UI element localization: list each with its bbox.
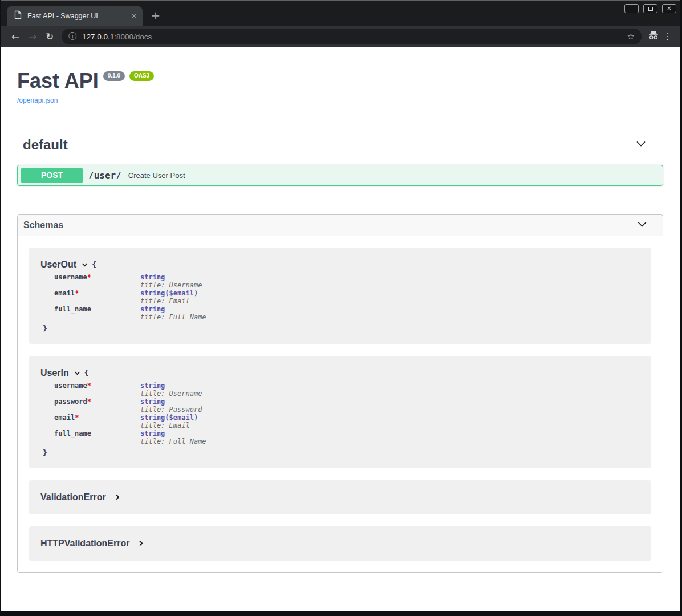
property-row: full_name string title: Full_Name [54, 305, 640, 321]
chevron-right-icon[interactable] [114, 493, 121, 503]
open-brace: { [92, 260, 96, 269]
api-info-header: Fast API0.1.0OAS3 /openapi.json [17, 70, 663, 105]
chevron-down-icon[interactable] [81, 260, 88, 270]
property-type: string [140, 273, 202, 281]
property-title: title: Full_Name [140, 313, 206, 321]
property-title: title: Username [140, 281, 202, 289]
chevron-down-icon[interactable] [74, 368, 81, 379]
property-name: username [54, 273, 87, 281]
window-minimize-button[interactable]: – [624, 4, 639, 13]
window-maximize-button[interactable] [643, 4, 657, 13]
new-tab-button[interactable]: + [148, 8, 163, 23]
incognito-icon [646, 31, 661, 42]
required-star: * [75, 414, 79, 422]
model-properties: username* string title: Username passwor… [54, 382, 640, 445]
model-toggle[interactable]: UserIn { [40, 367, 640, 379]
property-type: string [140, 382, 202, 390]
window-controls: – ✕ [624, 4, 676, 13]
browser-titlebar: Fast API - Swagger UI ✕ + – ✕ [1, 0, 680, 26]
property-name: password [54, 398, 87, 406]
url-path: :8000/docs [114, 33, 152, 41]
model-name: UserOut [40, 260, 76, 270]
browser-toolbar: ← → ↻ ⓘ 127.0.0.1:8000/docs ☆ ⋮ [1, 26, 680, 47]
property-row: username* string title: Username [54, 273, 640, 289]
required-star: * [75, 289, 79, 297]
schema-model-userout: UserOut { username* string ti [29, 248, 651, 344]
model-properties: username* string title: Username email* … [54, 273, 640, 321]
url-text[interactable]: 127.0.0.1:8000/docs [82, 33, 627, 41]
model-toggle[interactable]: UserOut { [40, 259, 640, 270]
browser-tab[interactable]: Fast API - Swagger UI ✕ [7, 6, 143, 26]
property-row: email* string($email) title: Email [54, 289, 640, 305]
chevron-down-icon[interactable] [635, 137, 647, 152]
model-name: HTTPValidationError [40, 538, 129, 549]
schema-model-userin: UserIn { username* string tit [29, 356, 651, 468]
tab-title: Fast API - Swagger UI [27, 12, 128, 20]
back-button[interactable]: ← [7, 31, 24, 42]
close-brace: } [43, 448, 640, 457]
property-row: username* string title: Username [54, 382, 640, 398]
property-type: string($email) [140, 289, 198, 297]
property-title: title: Full_Name [140, 437, 206, 445]
url-host: 127.0.0.1 [82, 33, 114, 41]
address-bar[interactable]: ⓘ 127.0.0.1:8000/docs ☆ [62, 29, 642, 44]
property-name: full_name [54, 429, 91, 437]
property-type: string($email) [140, 414, 198, 422]
chevron-right-icon[interactable] [137, 539, 144, 549]
page-favicon-icon [14, 10, 22, 22]
property-row: full_name string title: Full_Name [54, 429, 640, 445]
property-type: string [140, 305, 206, 313]
tag-title: default [23, 137, 68, 153]
schemas-title: Schemas [23, 220, 63, 230]
chevron-down-icon[interactable] [636, 218, 648, 233]
property-name: email [54, 289, 75, 297]
window-close-button[interactable]: ✕ [662, 4, 676, 13]
schemas-body: UserOut { username* string ti [18, 236, 663, 572]
schema-model-httpvalidationerror[interactable]: HTTPValidationError [29, 526, 651, 561]
schemas-section: Schemas UserOut [17, 214, 663, 573]
open-brace: { [84, 368, 89, 377]
required-star: * [87, 398, 91, 406]
endpoint-path: /user/ [88, 170, 121, 181]
browser-window: Fast API - Swagger UI ✕ + – ✕ ← → ↻ ⓘ 12… [1, 0, 680, 611]
site-info-icon[interactable]: ⓘ [68, 31, 76, 42]
version-badge: 0.1.0 [103, 71, 125, 81]
required-star: * [87, 273, 91, 281]
property-row: email* string($email) title: Email [54, 414, 640, 429]
property-title: title: Username [140, 390, 202, 398]
schemas-header[interactable]: Schemas [18, 215, 663, 236]
property-type: string [140, 398, 202, 406]
api-title: Fast API [17, 69, 99, 92]
oas3-badge: OAS3 [129, 71, 154, 81]
model-name: ValidationError [40, 492, 106, 502]
close-brace: } [43, 324, 640, 333]
property-name: username [54, 382, 87, 390]
reload-button[interactable]: ↻ [41, 31, 58, 42]
openapi-spec-link[interactable]: /openapi.json [17, 96, 58, 104]
property-row: password* string title: Password [54, 398, 640, 414]
http-method-badge: POST [21, 168, 83, 183]
property-name: email [54, 414, 75, 422]
tag-header[interactable]: default [17, 137, 663, 159]
opblock-post-user[interactable]: POST /user/ Create User Post [17, 165, 663, 186]
endpoint-summary: Create User Post [128, 171, 185, 180]
required-star: * [87, 382, 91, 390]
model-name: UserIn [40, 368, 69, 378]
swagger-page: Fast API0.1.0OAS3 /openapi.json default … [1, 47, 680, 611]
maximize-icon [648, 7, 653, 11]
property-title: title: Email [140, 297, 198, 305]
property-title: title: Password [140, 406, 202, 414]
bookmark-star-icon[interactable]: ☆ [627, 31, 635, 42]
property-type: string [140, 429, 206, 437]
browser-menu-icon[interactable]: ⋮ [661, 31, 675, 42]
forward-button[interactable]: → [24, 31, 41, 42]
tag-section-default: default POST /user/ Create User Post [17, 137, 663, 186]
schema-model-validationerror[interactable]: ValidationError [29, 480, 651, 514]
property-title: title: Email [140, 422, 198, 429]
property-name: full_name [54, 305, 91, 313]
tab-close-icon[interactable]: ✕ [131, 12, 137, 20]
